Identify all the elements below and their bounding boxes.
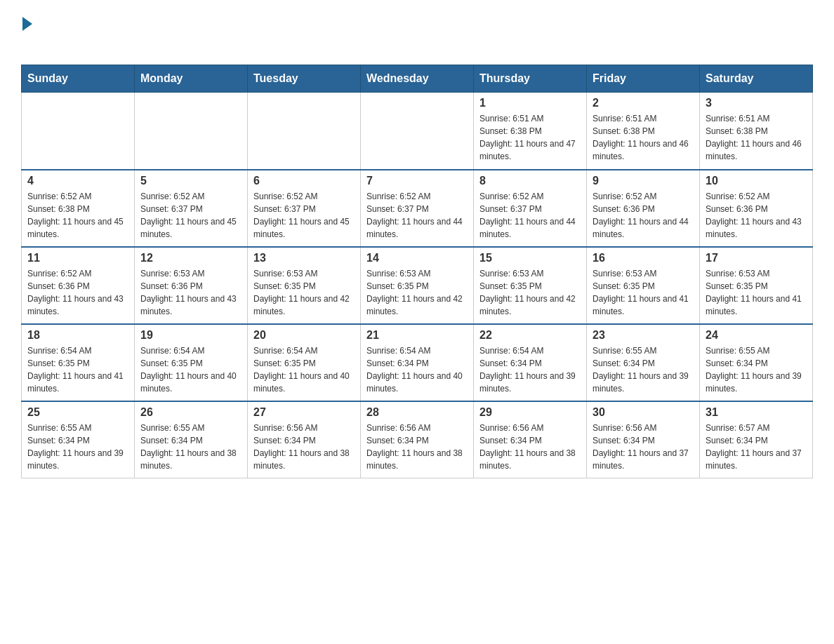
day-info: Sunrise: 6:55 AMSunset: 6:34 PMDaylight:… bbox=[140, 422, 241, 472]
day-info: Sunrise: 6:53 AMSunset: 6:35 PMDaylight:… bbox=[366, 267, 468, 318]
calendar-week-row: 1Sunrise: 6:51 AMSunset: 6:38 PMDaylight… bbox=[22, 93, 813, 170]
day-info: Sunrise: 6:54 AMSunset: 6:35 PMDaylight:… bbox=[140, 344, 241, 395]
day-number: 9 bbox=[593, 175, 694, 187]
day-number: 19 bbox=[140, 329, 241, 342]
day-info: Sunrise: 6:57 AMSunset: 6:34 PMDaylight:… bbox=[706, 422, 807, 472]
calendar-cell: 16Sunrise: 6:53 AMSunset: 6:35 PMDayligh… bbox=[587, 247, 700, 324]
calendar-cell: 7Sunrise: 6:52 AMSunset: 6:37 PMDaylight… bbox=[361, 170, 474, 247]
calendar-cell: 26Sunrise: 6:55 AMSunset: 6:34 PMDayligh… bbox=[135, 401, 248, 478]
day-number: 26 bbox=[140, 406, 241, 419]
day-info: Sunrise: 6:54 AMSunset: 6:35 PMDaylight:… bbox=[27, 344, 128, 395]
calendar-cell: 11Sunrise: 6:52 AMSunset: 6:36 PMDayligh… bbox=[22, 247, 135, 324]
calendar-week-row: 11Sunrise: 6:52 AMSunset: 6:36 PMDayligh… bbox=[22, 247, 813, 324]
day-info: Sunrise: 6:56 AMSunset: 6:34 PMDaylight:… bbox=[253, 422, 355, 472]
calendar-cell: 27Sunrise: 6:56 AMSunset: 6:34 PMDayligh… bbox=[248, 401, 361, 478]
calendar-week-row: 4Sunrise: 6:52 AMSunset: 6:38 PMDaylight… bbox=[22, 170, 813, 247]
calendar-cell: 3Sunrise: 6:51 AMSunset: 6:38 PMDaylight… bbox=[700, 93, 813, 170]
day-info: Sunrise: 6:52 AMSunset: 6:36 PMDaylight:… bbox=[593, 190, 694, 241]
calendar-week-row: 18Sunrise: 6:54 AMSunset: 6:35 PMDayligh… bbox=[22, 324, 813, 401]
day-info: Sunrise: 6:53 AMSunset: 6:36 PMDaylight:… bbox=[140, 267, 241, 318]
page-header: General bbox=[21, 14, 813, 51]
day-info: Sunrise: 6:52 AMSunset: 6:36 PMDaylight:… bbox=[706, 190, 807, 241]
day-info: Sunrise: 6:53 AMSunset: 6:35 PMDaylight:… bbox=[253, 267, 355, 318]
column-header-monday: Monday bbox=[135, 65, 248, 93]
day-number: 24 bbox=[706, 329, 807, 342]
calendar-cell: 2Sunrise: 6:51 AMSunset: 6:38 PMDaylight… bbox=[587, 93, 700, 170]
calendar-cell: 19Sunrise: 6:54 AMSunset: 6:35 PMDayligh… bbox=[135, 324, 248, 401]
calendar-cell: 28Sunrise: 6:56 AMSunset: 6:34 PMDayligh… bbox=[361, 401, 474, 478]
day-info: Sunrise: 6:55 AMSunset: 6:34 PMDaylight:… bbox=[27, 422, 128, 472]
calendar-cell: 29Sunrise: 6:56 AMSunset: 6:34 PMDayligh… bbox=[474, 401, 587, 478]
calendar-cell: 21Sunrise: 6:54 AMSunset: 6:34 PMDayligh… bbox=[361, 324, 474, 401]
calendar-cell: 6Sunrise: 6:52 AMSunset: 6:37 PMDaylight… bbox=[248, 170, 361, 247]
day-number: 2 bbox=[593, 97, 694, 109]
day-info: Sunrise: 6:53 AMSunset: 6:35 PMDaylight:… bbox=[479, 267, 581, 318]
day-number: 20 bbox=[253, 329, 355, 342]
day-number: 25 bbox=[27, 406, 128, 419]
day-info: Sunrise: 6:52 AMSunset: 6:36 PMDaylight:… bbox=[27, 267, 128, 318]
day-number: 28 bbox=[366, 406, 468, 419]
calendar-header-row: SundayMondayTuesdayWednesdayThursdayFrid… bbox=[22, 65, 813, 93]
calendar-cell bbox=[361, 93, 474, 170]
calendar-cell: 9Sunrise: 6:52 AMSunset: 6:36 PMDaylight… bbox=[587, 170, 700, 247]
day-info: Sunrise: 6:52 AMSunset: 6:37 PMDaylight:… bbox=[366, 190, 468, 241]
calendar-cell: 31Sunrise: 6:57 AMSunset: 6:34 PMDayligh… bbox=[700, 401, 813, 478]
day-number: 27 bbox=[253, 406, 355, 419]
day-number: 4 bbox=[27, 175, 128, 187]
day-number: 29 bbox=[479, 406, 581, 419]
column-header-tuesday: Tuesday bbox=[248, 65, 361, 93]
calendar-cell: 5Sunrise: 6:52 AMSunset: 6:37 PMDaylight… bbox=[135, 170, 248, 247]
column-header-friday: Friday bbox=[587, 65, 700, 93]
calendar-cell: 10Sunrise: 6:52 AMSunset: 6:36 PMDayligh… bbox=[700, 170, 813, 247]
day-info: Sunrise: 6:52 AMSunset: 6:37 PMDaylight:… bbox=[140, 190, 241, 241]
day-number: 3 bbox=[706, 97, 807, 109]
day-number: 7 bbox=[366, 175, 468, 187]
day-number: 11 bbox=[27, 252, 128, 264]
calendar-cell: 22Sunrise: 6:54 AMSunset: 6:34 PMDayligh… bbox=[474, 324, 587, 401]
day-number: 1 bbox=[479, 97, 581, 109]
day-number: 23 bbox=[593, 329, 694, 342]
calendar-cell bbox=[135, 93, 248, 170]
calendar-cell: 18Sunrise: 6:54 AMSunset: 6:35 PMDayligh… bbox=[22, 324, 135, 401]
day-info: Sunrise: 6:55 AMSunset: 6:34 PMDaylight:… bbox=[593, 344, 694, 395]
calendar-cell: 1Sunrise: 6:51 AMSunset: 6:38 PMDaylight… bbox=[474, 93, 587, 170]
day-number: 21 bbox=[366, 329, 468, 342]
day-info: Sunrise: 6:53 AMSunset: 6:35 PMDaylight:… bbox=[706, 267, 807, 318]
calendar-cell: 4Sunrise: 6:52 AMSunset: 6:38 PMDaylight… bbox=[22, 170, 135, 247]
day-info: Sunrise: 6:53 AMSunset: 6:35 PMDaylight:… bbox=[593, 267, 694, 318]
calendar-cell: 24Sunrise: 6:55 AMSunset: 6:34 PMDayligh… bbox=[700, 324, 813, 401]
day-info: Sunrise: 6:56 AMSunset: 6:34 PMDaylight:… bbox=[366, 422, 468, 472]
calendar-cell: 14Sunrise: 6:53 AMSunset: 6:35 PMDayligh… bbox=[361, 247, 474, 324]
calendar-cell: 12Sunrise: 6:53 AMSunset: 6:36 PMDayligh… bbox=[135, 247, 248, 324]
calendar-cell: 20Sunrise: 6:54 AMSunset: 6:35 PMDayligh… bbox=[248, 324, 361, 401]
calendar-cell: 25Sunrise: 6:55 AMSunset: 6:34 PMDayligh… bbox=[22, 401, 135, 478]
day-number: 15 bbox=[479, 252, 581, 264]
calendar-cell bbox=[248, 93, 361, 170]
day-info: Sunrise: 6:51 AMSunset: 6:38 PMDaylight:… bbox=[479, 112, 581, 163]
calendar-cell: 13Sunrise: 6:53 AMSunset: 6:35 PMDayligh… bbox=[248, 247, 361, 324]
day-info: Sunrise: 6:56 AMSunset: 6:34 PMDaylight:… bbox=[479, 422, 581, 472]
logo: General bbox=[21, 14, 97, 51]
day-info: Sunrise: 6:51 AMSunset: 6:38 PMDaylight:… bbox=[593, 112, 694, 163]
calendar-cell bbox=[22, 93, 135, 170]
day-number: 8 bbox=[479, 175, 581, 187]
day-info: Sunrise: 6:52 AMSunset: 6:37 PMDaylight:… bbox=[479, 190, 581, 241]
calendar-cell: 23Sunrise: 6:55 AMSunset: 6:34 PMDayligh… bbox=[587, 324, 700, 401]
day-number: 30 bbox=[593, 406, 694, 419]
day-info: Sunrise: 6:52 AMSunset: 6:37 PMDaylight:… bbox=[253, 190, 355, 241]
day-number: 5 bbox=[140, 175, 241, 187]
day-info: Sunrise: 6:55 AMSunset: 6:34 PMDaylight:… bbox=[706, 344, 807, 395]
day-number: 17 bbox=[706, 252, 807, 264]
day-number: 14 bbox=[366, 252, 468, 264]
column-header-saturday: Saturday bbox=[700, 65, 813, 93]
day-number: 12 bbox=[140, 252, 241, 264]
calendar-week-row: 25Sunrise: 6:55 AMSunset: 6:34 PMDayligh… bbox=[22, 401, 813, 478]
day-number: 22 bbox=[479, 329, 581, 342]
day-number: 18 bbox=[27, 329, 128, 342]
day-info: Sunrise: 6:51 AMSunset: 6:38 PMDaylight:… bbox=[706, 112, 807, 163]
day-info: Sunrise: 6:54 AMSunset: 6:34 PMDaylight:… bbox=[479, 344, 581, 395]
calendar-cell: 30Sunrise: 6:56 AMSunset: 6:34 PMDayligh… bbox=[587, 401, 700, 478]
calendar-table: SundayMondayTuesdayWednesdayThursdayFrid… bbox=[21, 65, 813, 478]
calendar-cell: 8Sunrise: 6:52 AMSunset: 6:37 PMDaylight… bbox=[474, 170, 587, 247]
day-number: 16 bbox=[593, 252, 694, 264]
